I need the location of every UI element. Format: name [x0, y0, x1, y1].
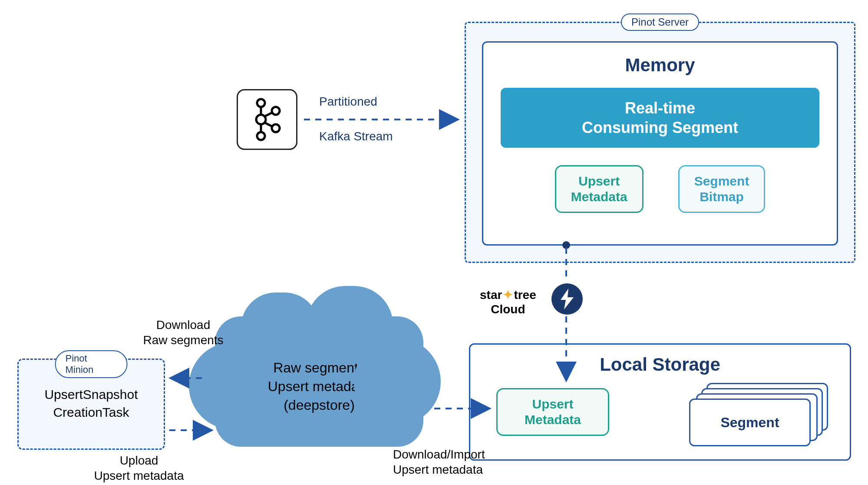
pinot-server-label: Pinot Server — [621, 13, 699, 31]
kafka-icon-box — [237, 89, 297, 150]
svg-point-4 — [272, 124, 280, 132]
lightning-icon — [559, 289, 575, 309]
memory-title: Memory — [501, 55, 819, 76]
upload-upsert-metadata-label: Upload Upsert metadata — [74, 453, 204, 483]
segment-stack: Segment — [689, 383, 828, 448]
deepstore-line1: Raw segments — [268, 359, 371, 377]
segment-bitmap: Segment Bitmap — [678, 165, 766, 213]
pinot-minion-label: Pinot Minion — [55, 350, 128, 378]
download-import-label: Download/Import Upsert metadata — [393, 447, 485, 477]
cloud-bump — [306, 286, 393, 364]
local-storage-box: Local Storage Upsert Metadata Segment — [469, 343, 851, 461]
realtime-line1: Real-time — [509, 98, 811, 118]
kafka-bottom-label: Kafka Stream — [319, 130, 393, 143]
memory-row: Upsert Metadata Segment Bitmap — [501, 165, 819, 213]
deepstore-line2: Upsert metadata — [268, 377, 371, 396]
minion-line2: CreationTask — [19, 404, 164, 422]
svg-point-3 — [272, 107, 280, 115]
segbitmap-line1: Segment — [694, 173, 749, 189]
segbitmap-line2: Bitmap — [694, 189, 749, 205]
upsert-line1: Upsert — [571, 173, 627, 189]
svg-line-8 — [264, 123, 272, 126]
svg-point-2 — [257, 132, 265, 140]
svg-point-0 — [257, 99, 265, 107]
connector-dot — [562, 241, 570, 249]
dlimport-line1: Download/Import — [393, 447, 485, 462]
upload-line2: Upsert metadata — [74, 468, 204, 483]
upsert-metadata-memory: Upsert Metadata — [555, 165, 644, 213]
upsert-local-line1: Upsert — [512, 396, 593, 412]
upsert-local-line2: Metadata — [512, 412, 593, 428]
download-raw-segments-label: Download Raw segments — [127, 317, 240, 348]
startree-star-glyph: ✦ — [503, 288, 513, 302]
startree-cloud-text: Cloud — [491, 303, 525, 316]
pinot-minion-box: Pinot Minion UpsertSnapshot CreationTask — [17, 359, 165, 450]
svg-line-7 — [264, 113, 272, 116]
kafka-icon — [252, 98, 282, 141]
startree-bolt-badge — [551, 283, 583, 315]
deepstore-text: Raw segments Upsert metadata (deepstore) — [268, 359, 371, 415]
startree-star-text: star — [480, 288, 502, 302]
segment-label: Segment — [720, 415, 779, 431]
upload-line1: Upload — [74, 453, 204, 468]
realtime-line2: Consuming Segment — [509, 118, 811, 137]
deepstore-line3: (deepstore) — [268, 396, 371, 415]
minion-line1: UpsertSnapshot — [19, 386, 164, 404]
upsert-metadata-local: Upsert Metadata — [496, 388, 609, 436]
local-storage-title: Local Storage — [470, 354, 850, 375]
segment-card-front: Segment — [689, 399, 811, 446]
deepstore-cloud: Raw segments Upsert metadata (deepstore) — [215, 316, 423, 447]
download-line2: Raw segments — [127, 332, 240, 348]
startree-brand: star✦tree Cloud — [480, 289, 536, 316]
startree-tree-text: tree — [514, 288, 536, 302]
memory-box: Memory Real-time Consuming Segment Upser… — [482, 41, 838, 246]
startree-wordmark: star✦tree — [480, 289, 536, 302]
diagram-canvas: Pinot Server Memory Real-time Consuming … — [0, 0, 868, 485]
minion-task-name: UpsertSnapshot CreationTask — [19, 386, 164, 421]
download-line1: Download — [127, 317, 240, 332]
dlimport-line2: Upsert metadata — [393, 462, 485, 477]
realtime-consuming-segment: Real-time Consuming Segment — [501, 88, 819, 148]
upsert-line2: Metadata — [571, 189, 627, 205]
kafka-top-label: Partitioned — [319, 95, 377, 109]
